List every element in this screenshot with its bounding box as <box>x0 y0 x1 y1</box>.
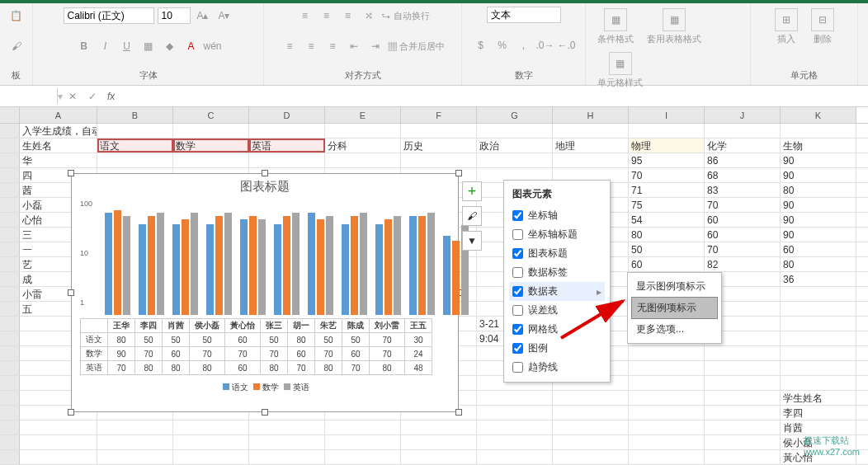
chk-legend[interactable]: 图例 <box>509 339 605 358</box>
cell[interactable] <box>705 361 781 375</box>
chk-axis[interactable]: 坐标轴 <box>509 206 605 225</box>
insert-button[interactable]: ⊞插入 <box>770 7 803 47</box>
select-all-corner[interactable] <box>0 107 20 123</box>
percent-icon[interactable]: % <box>493 36 512 54</box>
chart-plot-area[interactable]: 100 10 1 <box>80 200 450 315</box>
cell[interactable] <box>705 420 781 434</box>
cell[interactable] <box>705 450 781 464</box>
cell[interactable] <box>97 153 173 167</box>
cell[interactable] <box>553 391 629 405</box>
cell[interactable]: 90 <box>781 198 856 212</box>
cell[interactable]: 90 <box>781 228 856 242</box>
cell[interactable]: 90 <box>781 168 856 182</box>
formula-input[interactable] <box>120 88 868 104</box>
border-icon[interactable]: ▦ <box>139 37 158 55</box>
cell[interactable]: 历史 <box>401 139 477 153</box>
cell[interactable] <box>97 435 173 449</box>
bold-button[interactable]: B <box>75 37 93 55</box>
cell[interactable] <box>553 153 629 167</box>
cell[interactable] <box>629 420 705 434</box>
inc-decimal-icon[interactable]: .0→ <box>536 36 554 54</box>
paste-icon[interactable]: 📋 <box>7 7 26 25</box>
table-format-button[interactable]: ▦套用表格格式 <box>642 7 706 47</box>
cell[interactable] <box>629 406 705 420</box>
chk-gridlines[interactable]: 网格线 <box>509 320 605 339</box>
increase-font-icon[interactable]: A▴ <box>194 7 212 25</box>
submenu-with-legend[interactable]: 显示图例项标示 <box>631 276 718 297</box>
cell[interactable]: 82 <box>705 257 781 271</box>
format-painter-icon[interactable]: 🖌 <box>7 37 26 55</box>
chk-axis-title[interactable]: 坐标轴标题 <box>509 225 605 244</box>
cell[interactable]: 80 <box>781 183 856 197</box>
cell[interactable] <box>401 435 477 449</box>
merge-button[interactable]: ▦ 合并后居中 <box>388 40 445 53</box>
cell[interactable]: 80 <box>629 228 705 242</box>
cell[interactable] <box>553 450 629 464</box>
cell[interactable] <box>705 124 781 138</box>
cell[interactable] <box>629 391 705 405</box>
cell[interactable] <box>249 435 325 449</box>
submenu-no-legend[interactable]: 无图例项标示 <box>631 297 718 319</box>
cell[interactable] <box>325 124 401 138</box>
cell[interactable] <box>173 435 249 449</box>
cell[interactable]: 70 <box>629 168 705 182</box>
cell[interactable] <box>705 435 781 449</box>
cell[interactable] <box>325 153 401 167</box>
cell[interactable]: 数学 <box>173 139 249 153</box>
cell[interactable]: 分科 <box>325 139 401 153</box>
chk-data-labels[interactable]: 数据标签 <box>509 263 605 282</box>
cell[interactable] <box>477 391 553 405</box>
cell[interactable]: 学生姓名 <box>781 391 856 405</box>
cell[interactable] <box>325 420 401 434</box>
cell[interactable]: 语文 <box>97 139 173 153</box>
cell[interactable]: 95 <box>629 153 705 167</box>
align-right-icon[interactable]: ≡ <box>323 37 342 55</box>
cell[interactable] <box>249 153 325 167</box>
cell[interactable] <box>401 153 477 167</box>
dec-decimal-icon[interactable]: ←.0 <box>558 36 576 54</box>
chk-chart-title[interactable]: 图表标题 <box>509 244 605 263</box>
cell[interactable] <box>781 361 856 375</box>
align-mid-icon[interactable]: ≡ <box>317 7 335 25</box>
cancel-icon[interactable]: ✕ <box>63 91 83 102</box>
conditional-format-button[interactable]: ▦条件格式 <box>592 7 639 47</box>
currency-icon[interactable]: $ <box>472 36 490 54</box>
cell[interactable] <box>477 420 553 434</box>
cell[interactable]: 60 <box>705 213 781 227</box>
font-name-select[interactable] <box>64 7 154 24</box>
cell[interactable]: 75 <box>629 198 705 212</box>
underline-button[interactable]: U <box>118 37 136 55</box>
cell[interactable] <box>173 124 249 138</box>
italic-button[interactable]: I <box>97 37 115 55</box>
indent-inc-icon[interactable]: ⇥ <box>366 37 384 55</box>
cell[interactable]: 90 <box>781 213 856 227</box>
cell[interactable] <box>781 317 856 331</box>
cell[interactable] <box>553 406 629 420</box>
cell[interactable]: 83 <box>705 183 781 197</box>
chart-title[interactable]: 图表标题 <box>72 174 458 200</box>
name-box[interactable] <box>0 88 58 104</box>
wrap-text-button[interactable]: ⮑ 自动换行 <box>381 10 429 22</box>
cell[interactable] <box>401 124 477 138</box>
cell[interactable]: 90 <box>781 153 856 167</box>
cell[interactable] <box>705 406 781 420</box>
cell[interactable] <box>477 406 553 420</box>
comma-icon[interactable]: , <box>515 36 533 54</box>
cell[interactable]: 入学生成绩，自动统计学科的平均分等数据。班级：X年X班统计日期：X年X月X日 <box>20 124 97 138</box>
cell[interactable]: 华 <box>20 153 97 167</box>
cell[interactable]: 生物 <box>781 139 856 153</box>
chart-filters-button[interactable]: ▼ <box>462 231 482 251</box>
fill-color-icon[interactable]: ◆ <box>161 37 179 55</box>
cell[interactable]: 71 <box>629 183 705 197</box>
cell[interactable]: 地理 <box>553 139 629 153</box>
cell[interactable]: 物理 <box>629 139 705 153</box>
cell[interactable] <box>629 450 705 464</box>
cell[interactable] <box>629 376 705 390</box>
cell[interactable] <box>781 346 856 360</box>
cell[interactable]: 36 <box>781 272 856 286</box>
cell[interactable] <box>97 450 173 464</box>
fx-icon[interactable]: fx <box>102 91 120 102</box>
cell[interactable] <box>325 450 401 464</box>
align-bot-icon[interactable]: ≡ <box>338 7 356 25</box>
cell[interactable]: 80 <box>781 257 856 271</box>
